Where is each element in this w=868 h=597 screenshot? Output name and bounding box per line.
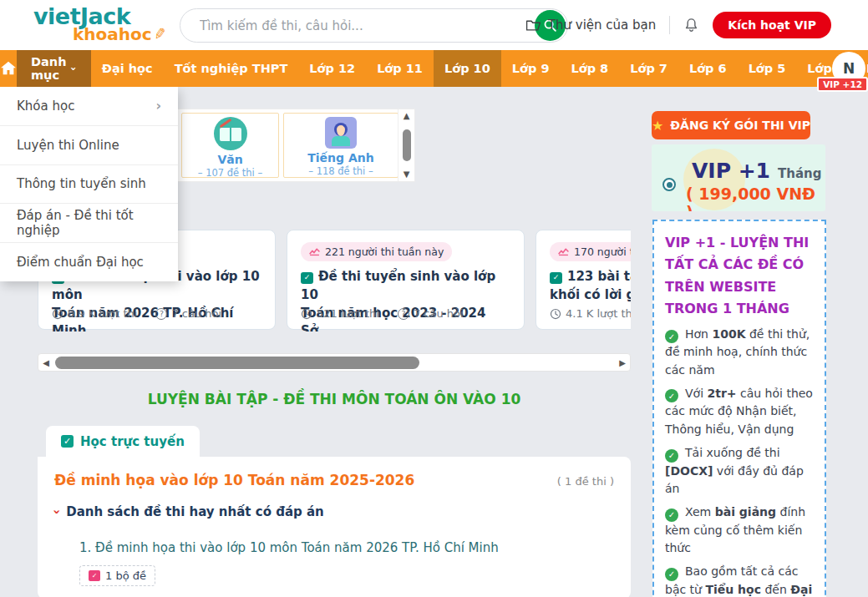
clock-icon	[550, 308, 561, 320]
collapse-toggle[interactable]: › Danh sách đề thi hay nhất có đáp án	[54, 504, 614, 519]
nav-menu-danh-muc[interactable]: Danh mục ›	[17, 50, 91, 87]
avatar-vip-badge: VIP +12	[817, 77, 868, 92]
nav-item-dai-hoc[interactable]: Đại học	[91, 50, 164, 87]
subject-vertical-scrollbar: ▲ ▼	[398, 109, 414, 181]
nav-item-tot-nghiep-thpt[interactable]: Tốt nghiệp THPT	[164, 50, 299, 87]
subject-count: – 107 đề thi –	[182, 167, 278, 179]
questions-stat: ? 7 câu hỏi	[398, 307, 464, 320]
plan-name: VIP +1	[692, 159, 770, 183]
checkbox-icon: ✓	[61, 435, 74, 448]
vip-benefits-title: VIP +1 - LUYỆN THI TẤT CẢ CÁC ĐỀ CÓ TRÊN…	[665, 232, 814, 321]
tab-hoc-truc-tuyen[interactable]: ✓ Học trực tuyến	[46, 426, 200, 457]
dropdown-item-dap-an-de-thi[interactable]: Đáp án - Đề thi tốt nghiệp	[0, 204, 178, 243]
scroll-left-icon[interactable]: ◀	[38, 358, 53, 367]
literature-book-icon	[214, 117, 247, 150]
calendar-check-icon: ✓	[89, 570, 100, 581]
exam-stats: 0.9 K lượt thi ? 7 câu hỏi	[52, 307, 221, 320]
logo-khoahoc: khoahoc ✎	[73, 26, 166, 43]
attempts-stat: 521 lượt thi	[301, 307, 379, 320]
library-label: Thư viện của bạn	[548, 18, 656, 33]
subject-count: – 118 đề thi –	[284, 165, 398, 177]
nav-item-lop-5[interactable]: Lớp 5	[738, 50, 797, 87]
vip-features-list: ✓Hơn 100K đề thi thử, đề minh hoạ, chính…	[665, 326, 814, 597]
nav-item-lop-9[interactable]: Lớp 9	[501, 50, 561, 87]
header-actions: Thư viện của bạn Kích hoạt VIP	[525, 0, 831, 50]
star-icon: ★	[652, 118, 663, 134]
plan-price: ( 199,000 VNĐ )	[686, 185, 825, 211]
weekly-takers-badge: 221 người thi tuần này	[301, 242, 452, 261]
vip-feature-item: ✓Bao gồm tất cả các bậc từ Tiểu học đến …	[665, 563, 814, 597]
navbar: Danh mục › Đại học Tốt nghiệp THPT Lớp 1…	[0, 50, 868, 87]
scroll-right-icon[interactable]: ▶	[615, 358, 630, 367]
attempts-stat: 0.9 K lượt thi	[52, 307, 137, 320]
bundle-badge[interactable]: ✓ 1 bộ đề	[79, 565, 155, 586]
check-circle-icon: ✓	[665, 330, 678, 343]
scrollbar-thumb[interactable]	[55, 357, 419, 369]
page: vietJack khoahoc ✎ Thư viện của bạn	[0, 0, 868, 597]
scrollbar-track[interactable]	[53, 354, 615, 371]
question-icon: ?	[155, 308, 167, 320]
chevron-down-icon: ›	[69, 66, 81, 70]
panel-title: Đề minh họa vào lớp 10 Toán năm 2025-202…	[54, 472, 414, 488]
subject-card-van[interactable]: Văn – 107 đề thi –	[181, 113, 279, 178]
plan-radio-selected[interactable]	[662, 178, 676, 191]
activate-vip-button[interactable]: Kích hoạt VIP	[713, 12, 831, 38]
exam-card[interactable]: 170 người thi ✓123 bài tập khối có lời g…	[536, 230, 631, 330]
nav-item-lop-10[interactable]: Lớp 10	[434, 50, 501, 87]
vip-feature-item: ✓Tải xuống đề thi [DOCX] với đầy đủ đáp …	[665, 444, 814, 498]
exam-title: ✓Đề thi tuyển sinh vào lớp 10 Toán năm h…	[301, 268, 510, 331]
clock-icon	[301, 308, 312, 320]
cards-horizontal-scrollbar: ◀ ▶	[38, 353, 631, 372]
nav-item-lop-11[interactable]: Lớp 11	[366, 50, 434, 87]
plan-period: Tháng	[778, 166, 821, 181]
vip-plan-option[interactable]: VIP +1 Tháng ( 199,000 VNĐ )	[652, 144, 825, 211]
vip-feature-item: ✓Hơn 100K đề thi thử, đề minh hoạ, chính…	[665, 326, 814, 380]
dropdown-item-diem-chuan[interactable]: Điểm chuẩn Đại học	[0, 243, 178, 281]
exam-count: ( 1 đề thi )	[557, 475, 614, 488]
question-icon: ?	[398, 308, 409, 320]
register-vip-button[interactable]: ★ ĐĂNG KÝ GÓI THI VIP	[652, 111, 810, 139]
vip-feature-item: ✓Xem bài giảng đính kèm củng cố thêm kiế…	[665, 503, 814, 558]
search-input[interactable]	[180, 18, 535, 33]
exam-list-item-link[interactable]: 1. Đề minh họa thi vào lớp 10 môn Toán n…	[79, 540, 614, 555]
nav-item-lop-8[interactable]: Lớp 8	[560, 50, 619, 87]
scroll-down-icon[interactable]: ▼	[404, 170, 410, 179]
vip-benefits-box: VIP +1 - LUYỆN THI TẤT CẢ CÁC ĐỀ CÓ TRÊN…	[652, 220, 826, 597]
nav-item-lop-7[interactable]: Lớp 7	[619, 50, 678, 87]
chevron-down-icon: ›	[49, 509, 64, 514]
clock-icon	[52, 308, 63, 320]
dropdown-item-khoa-hoc[interactable]: Khóa học ›	[0, 87, 178, 126]
logo[interactable]: vietJack khoahoc ✎	[33, 5, 166, 43]
exam-list-panel: Đề minh họa vào lớp 10 Toán năm 2025-202…	[38, 457, 631, 597]
divider	[669, 16, 670, 34]
chart-icon	[309, 247, 320, 256]
exam-card[interactable]: 221 người thi tuần này ✓Đề thi tuyển sin…	[287, 230, 525, 330]
weekly-takers-badge: 170 người thi	[550, 242, 631, 261]
dropdown-item-luyen-thi-online[interactable]: Luyện thi Online	[0, 126, 178, 165]
exam-stats: 521 lượt thi ? 7 câu hỏi	[301, 307, 464, 320]
subject-card-tieng-anh[interactable]: Tiếng Anh – 118 đề thi –	[283, 113, 398, 178]
check-circle-icon: ✓	[665, 389, 678, 402]
exam-stats: 4.1 K lượt thi	[550, 307, 631, 320]
calendar-check-icon: ✓	[550, 272, 562, 284]
pencil-icon: ✎	[152, 26, 167, 43]
scroll-up-icon[interactable]: ▲	[404, 112, 410, 120]
home-button[interactable]	[0, 50, 17, 87]
danh-muc-dropdown: Khóa học › Luyện thi Online Thông tin tu…	[0, 87, 178, 281]
collapse-label: Danh sách đề thi hay nhất có đáp án	[66, 504, 324, 519]
subject-name: Văn	[182, 153, 278, 166]
chart-icon	[558, 247, 569, 256]
notification-bell-icon[interactable]	[683, 17, 699, 33]
check-circle-icon: ✓	[665, 508, 678, 522]
nav-item-lop-12[interactable]: Lớp 12	[298, 50, 366, 87]
calendar-check-icon: ✓	[301, 272, 313, 284]
folder-icon	[525, 18, 541, 32]
library-link[interactable]: Thư viện của bạn	[525, 18, 656, 33]
panel-header: Đề minh họa vào lớp 10 Toán năm 2025-202…	[54, 472, 614, 488]
home-icon	[0, 61, 17, 76]
nav-item-lop-6[interactable]: Lớp 6	[678, 50, 738, 87]
dropdown-item-thong-tin-tuyen-sinh[interactable]: Thông tin tuyển sinh	[0, 165, 178, 205]
vip-feature-item: ✓Với 2tr+ câu hỏi theo các mức độ Nhận b…	[665, 385, 814, 439]
plan-name-row: VIP +1 Tháng	[692, 159, 821, 183]
scrollbar-thumb[interactable]	[403, 129, 411, 161]
